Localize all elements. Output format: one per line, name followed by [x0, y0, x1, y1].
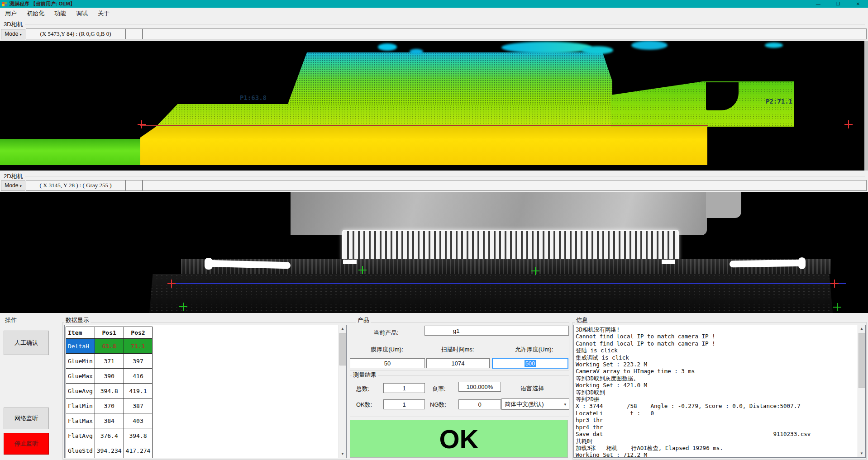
- heatmap-blob: [378, 43, 397, 51]
- pcb-tab: [706, 192, 741, 218]
- menu-user[interactable]: 用户: [0, 9, 22, 18]
- yield-label: 良率:: [432, 385, 446, 393]
- total-label: 总数:: [356, 385, 370, 393]
- stop-listen-button[interactable]: 停止监听: [4, 433, 49, 455]
- heatmap-left-band: [0, 139, 142, 165]
- measurement-table: Item Pos1 Pos2 DeltaH 63.8 71.1 GlueMin …: [66, 327, 153, 458]
- camera3d-pixel-readout: (X 5473,Y 84) : (R 0,G 0,B 0): [26, 28, 125, 39]
- heatmap-blob: [410, 49, 423, 54]
- info-log-box: 3D相机没有网络! Cannot find local IP to match …: [573, 325, 866, 458]
- camera3d-divider: [24, 24, 865, 24]
- white-reflection: [730, 260, 806, 268]
- yield-input[interactable]: 100.000%: [458, 382, 501, 392]
- log-text[interactable]: 3D相机没有网络! Cannot find local IP to match …: [574, 325, 812, 458]
- heatmap-blob: [582, 46, 613, 54]
- camera3d-mode-dropdown[interactable]: Mode ▾: [1, 29, 25, 39]
- scan-time-label: 扫描时间ms:: [424, 346, 491, 354]
- language-label: 语言选择: [520, 384, 544, 393]
- marker-cross-green: [358, 266, 367, 274]
- camera2d-statbox-2: [125, 180, 143, 191]
- product-title: 产品: [356, 316, 371, 324]
- white-reflection: [205, 258, 213, 270]
- camera3d-scroll-strip[interactable]: [864, 41, 868, 171]
- minimize-icon[interactable]: —: [808, 0, 828, 8]
- app-window: 测膜程序 【当前用户: OEM】 — ❐ ✕ 用户 初始化 功能 调试 关于 3…: [0, 0, 868, 460]
- film-thickness-input[interactable]: 50: [350, 358, 425, 368]
- camera2d-image[interactable]: [0, 192, 868, 313]
- camera2d-label: 2D相机: [4, 172, 25, 180]
- allowed-thickness-label: 允许厚度(Um):: [500, 346, 568, 354]
- scan-time-input[interactable]: 1074: [426, 358, 490, 368]
- menu-function[interactable]: 功能: [49, 9, 71, 18]
- heatmap-blob: [631, 41, 668, 50]
- p2-value-label: P2:71.1: [766, 98, 792, 105]
- info-title: 信息: [575, 316, 589, 324]
- total-input[interactable]: 1: [383, 383, 425, 393]
- scroll-up-icon[interactable]: ▲: [858, 325, 865, 332]
- allowed-thickness-input[interactable]: 500: [492, 358, 568, 369]
- table-row-gluemax[interactable]: GlueMax 390 416: [66, 369, 153, 384]
- measure-line-2d: [171, 283, 846, 284]
- camera2d-divider: [24, 176, 865, 176]
- ng-count-input[interactable]: 0: [458, 399, 501, 409]
- data-display-list: Item Pos1 Pos2 DeltaH 63.8 71.1 GlueMin …: [64, 325, 347, 458]
- maximize-icon[interactable]: ❐: [828, 0, 848, 8]
- ng-count-label: NG数:: [430, 401, 446, 409]
- scroll-thumb[interactable]: [339, 333, 346, 365]
- ok-count-label: OK数:: [356, 401, 372, 409]
- col-item[interactable]: Item: [66, 327, 95, 339]
- manual-confirm-button[interactable]: 人工确认: [4, 331, 49, 355]
- heatmap-blob: [765, 43, 783, 48]
- camera3d-statbox-2: [125, 28, 143, 39]
- results-title: 测量结果: [352, 371, 378, 379]
- table-row-flatstd[interactable]: FlatStd 2.139 2.229: [66, 458, 153, 459]
- title-bar: 测膜程序 【当前用户: OEM】 — ❐ ✕: [0, 0, 868, 8]
- table-row-glueavg[interactable]: GlueAvg 394.8 419.1: [66, 384, 153, 398]
- marker-cross-green: [833, 303, 841, 311]
- language-select[interactable]: 简体中文(默认) ▾: [501, 398, 569, 410]
- marker-cross-right: [830, 280, 839, 288]
- menu-about[interactable]: 关于: [93, 9, 114, 18]
- menu-debug[interactable]: 调试: [71, 9, 93, 18]
- window-controls: — ❐ ✕: [808, 0, 868, 8]
- marker-cross-p1: [138, 120, 146, 128]
- table-scrollbar[interactable]: ▲ ▼: [339, 325, 346, 458]
- white-reflection: [662, 260, 675, 264]
- network-listen-button[interactable]: 网络监听: [4, 408, 49, 429]
- col-pos1[interactable]: Pos1: [95, 327, 124, 339]
- scroll-down-icon[interactable]: ▼: [339, 451, 346, 458]
- measure-line-3d: [140, 125, 708, 126]
- chevron-down-icon: ▾: [20, 184, 22, 188]
- ok-count-input[interactable]: 1: [383, 399, 425, 409]
- close-icon[interactable]: ✕: [848, 0, 868, 8]
- scroll-down-icon[interactable]: ▼: [858, 450, 865, 457]
- log-scrollbar[interactable]: ▲ ▼: [858, 325, 865, 457]
- data-display-title: 数据显示: [64, 316, 91, 324]
- table-row-flatmax[interactable]: FlatMax 384 403: [66, 413, 153, 428]
- menu-initialize[interactable]: 初始化: [22, 9, 49, 18]
- table-row-gluemin[interactable]: GlueMin 371 397: [66, 354, 153, 369]
- heatmap-yellow-slab: [140, 126, 707, 165]
- white-reflection: [798, 257, 806, 269]
- status-banner: OK: [350, 420, 568, 458]
- camera2d-mode-dropdown[interactable]: Mode ▾: [1, 180, 25, 191]
- current-product-input[interactable]: g1: [424, 326, 569, 336]
- scroll-thumb[interactable]: [858, 333, 865, 388]
- camera3d-image[interactable]: P1:63.8 P2:71.1: [0, 41, 868, 171]
- table-row-flatavg[interactable]: FlatAvg 376.4 394.8: [66, 428, 153, 443]
- chevron-down-icon: ▾: [20, 33, 22, 37]
- table-row-deltah[interactable]: DeltaH 63.8 71.1: [66, 339, 153, 354]
- marker-cross-green: [531, 267, 539, 275]
- col-pos2[interactable]: Pos2: [124, 327, 153, 339]
- app-icon: [2, 2, 7, 6]
- marker-cross-p2: [844, 120, 853, 128]
- camera2d-statbox-3: [143, 180, 867, 191]
- heatmap-upper-slab: [287, 52, 612, 105]
- marker-cross-left: [167, 280, 176, 288]
- current-product-label: 当前产品:: [373, 329, 399, 337]
- camera3d-statbox-3: [143, 28, 867, 39]
- table-row-flatmin[interactable]: FlatMin 370 387: [66, 398, 153, 413]
- table-row-gluestd[interactable]: GlueStd 394.234 417.274: [66, 443, 153, 458]
- pcb-board: [291, 192, 707, 235]
- scroll-up-icon[interactable]: ▲: [339, 325, 346, 332]
